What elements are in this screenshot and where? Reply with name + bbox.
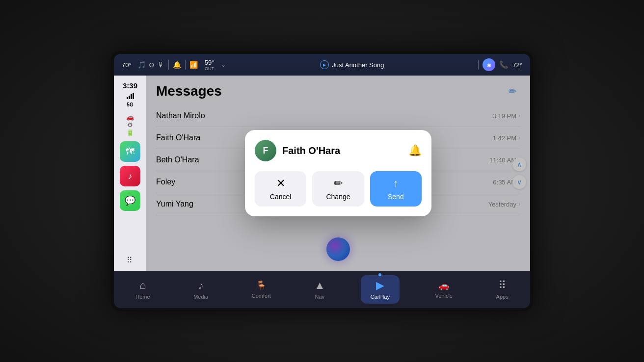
screen-bezel: 70° 🎵 ⊖ 🎙 🔔 📶 59° OUT ⌄ ▶ Just xyxy=(111,51,533,311)
modal-contact: F Faith O'Hara xyxy=(255,140,340,161)
call-icon: 📞 xyxy=(499,60,509,69)
signal-bars xyxy=(127,93,134,99)
messages-panel: Messages ✏ Nathan Mirolo 3:19 PM › F xyxy=(146,76,530,271)
mic-icon: 🎙 xyxy=(158,61,164,69)
modal-card: F Faith O'Hara 🔔 ✕ Cancel xyxy=(245,130,431,216)
divider-1 xyxy=(168,60,169,70)
cancel-label: Cancel xyxy=(270,193,292,201)
nav-comfort[interactable]: 🪑 Comfort xyxy=(244,280,279,299)
nav-nav[interactable]: ▲ Nav xyxy=(306,279,333,300)
sidebar-app-maps[interactable]: 🗺 xyxy=(120,141,140,162)
signal-bar-2 xyxy=(129,96,130,99)
status-icons: 🎵 ⊖ 🎙 xyxy=(137,61,164,69)
signal-bar-3 xyxy=(131,94,132,99)
carplay-icon: ▶ xyxy=(376,279,384,292)
expand-button[interactable]: ⌄ xyxy=(221,61,226,68)
nav-carplay[interactable]: ▶ CarPlay xyxy=(361,275,400,304)
messages-icon: 💬 xyxy=(125,195,135,206)
apps-icon: ⠿ xyxy=(498,279,506,292)
outside-temp-value: 59° xyxy=(205,59,215,66)
maps-icon: 🗺 xyxy=(126,147,134,157)
sidebar-time: 3:39 xyxy=(123,81,137,90)
bottom-nav: ⌂ Home ♪ Media 🪑 Comfort ▲ Nav ▶ xyxy=(114,271,530,308)
nav-media-label: Media xyxy=(193,294,208,300)
send-label: Send xyxy=(388,193,404,201)
nav-apps[interactable]: ⠿ Apps xyxy=(488,279,516,300)
modal-header: F Faith O'Hara 🔔 xyxy=(255,140,422,161)
divider-2 xyxy=(185,60,186,70)
nav-carplay-label: CarPlay xyxy=(371,294,390,300)
battery-icon: 🔋 xyxy=(126,129,134,136)
sidebar: 3:39 5G 🚗 ⚙ 🔋 🗺 xyxy=(114,76,146,271)
send-icon: ↑ xyxy=(393,177,399,190)
contact-name: Faith O'Hara xyxy=(282,145,340,156)
car-icon: ⊖ xyxy=(149,61,155,69)
network-label: 5G xyxy=(127,102,133,107)
nav-vehicle-label: Vehicle xyxy=(435,293,453,299)
nav-arrow-icon: ▲ xyxy=(314,279,325,292)
vehicle-icon: 🚗 xyxy=(438,280,449,291)
sidebar-dots[interactable]: ⠿ xyxy=(127,256,134,265)
bell-icon: 🔔 xyxy=(173,61,181,69)
screen: 70° 🎵 ⊖ 🎙 🔔 📶 59° OUT ⌄ ▶ Just xyxy=(114,54,530,308)
nav-apps-label: Apps xyxy=(496,294,509,300)
wifi-icon: 📶 xyxy=(189,61,198,69)
change-button[interactable]: ✏ Change xyxy=(312,171,364,207)
car-status-icons: 🚗 ⚙ 🔋 xyxy=(126,113,134,136)
modal-overlay: F Faith O'Hara 🔔 ✕ Cancel xyxy=(146,76,530,271)
sidebar-app-music[interactable]: ♪ xyxy=(120,166,140,186)
nav-home[interactable]: ⌂ Home xyxy=(128,279,158,300)
signal-bar-1 xyxy=(127,97,128,99)
modal-actions: ✕ Cancel ✏ Change ↑ Send xyxy=(255,171,422,207)
car-background: 70° 🎵 ⊖ 🎙 🔔 📶 59° OUT ⌄ ▶ Just xyxy=(0,0,644,362)
temp-right: 72° xyxy=(512,61,522,69)
phone-icon: 🎵 xyxy=(137,61,146,69)
nav-home-label: Home xyxy=(135,294,150,300)
divider-3 xyxy=(478,60,479,70)
nav-media[interactable]: ♪ Media xyxy=(186,279,216,300)
nav-comfort-label: Comfort xyxy=(252,293,271,299)
change-icon: ✏ xyxy=(334,177,343,190)
cancel-button[interactable]: ✕ Cancel xyxy=(255,171,306,207)
change-label: Change xyxy=(326,193,350,201)
outside-temp: 59° OUT xyxy=(205,59,215,71)
play-icon: ▶ xyxy=(320,60,329,69)
settings-icon: ⚙ xyxy=(127,121,133,129)
now-playing-title: Just Another Song xyxy=(332,61,384,69)
contact-avatar: F xyxy=(255,140,276,161)
contact-initial: F xyxy=(263,146,268,156)
active-dot xyxy=(378,273,381,276)
media-icon: ♪ xyxy=(198,279,204,292)
sidebar-app-messages[interactable]: 💬 xyxy=(120,190,140,211)
status-bar: 70° 🎵 ⊖ 🎙 🔔 📶 59° OUT ⌄ ▶ Just xyxy=(114,54,530,76)
now-playing: ▶ Just Another Song xyxy=(230,60,474,69)
main-content: 3:39 5G 🚗 ⚙ 🔋 🗺 xyxy=(114,76,530,271)
send-button[interactable]: ↑ Send xyxy=(370,171,422,207)
music-icon: ♪ xyxy=(128,171,133,181)
comfort-icon: 🪑 xyxy=(256,280,267,291)
notification-bell-icon: 🔔 xyxy=(408,144,422,157)
siri-icon[interactable]: ◉ xyxy=(483,58,495,71)
nav-nav-label: Nav xyxy=(315,294,325,300)
outside-label: OUT xyxy=(205,66,214,71)
cancel-icon: ✕ xyxy=(276,177,285,190)
home-icon: ⌂ xyxy=(139,279,146,292)
nav-vehicle[interactable]: 🚗 Vehicle xyxy=(428,280,460,299)
temp-left: 70° xyxy=(122,61,132,69)
signal-bar-4 xyxy=(133,93,134,99)
car-mode-icon: 🚗 xyxy=(126,113,134,121)
